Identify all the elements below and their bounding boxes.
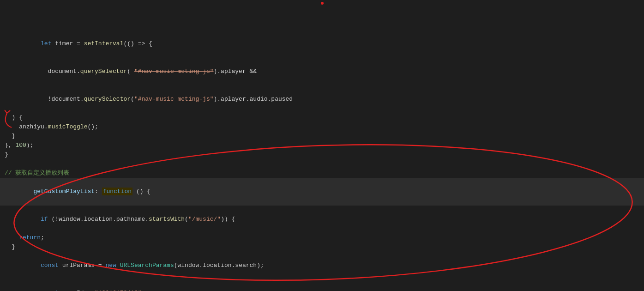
- code-line: }: [0, 242, 644, 252]
- code-line: const urlParams = new URLSearchParams(wi…: [0, 252, 644, 279]
- code-line: [0, 159, 644, 169]
- code-line: !document.querySelector("#nav-music meti…: [0, 85, 644, 113]
- code-line: ) {: [0, 113, 644, 122]
- code-line: document.querySelector( "#nav-music meti…: [0, 58, 644, 85]
- code-line: let timer = setInterval(() => {: [0, 30, 644, 58]
- code-line-highlighted: getCustomPlayList: function () {: [0, 178, 644, 206]
- code-line: }: [0, 150, 644, 159]
- code-editor: let timer = setInterval(() => { document…: [0, 0, 644, 291]
- code-line: if (!window.location.pathname.startsWith…: [0, 206, 644, 233]
- red-dot: [321, 2, 324, 5]
- code-line: return;: [0, 233, 644, 242]
- code-line: // 获取自定义播放列表: [0, 169, 644, 178]
- code-line: anzhiyu.musicToggle();: [0, 122, 644, 132]
- code-line: const userId = "12916178419";: [0, 279, 644, 291]
- code-line: }, 100);: [0, 141, 644, 150]
- code-line: }: [0, 132, 644, 141]
